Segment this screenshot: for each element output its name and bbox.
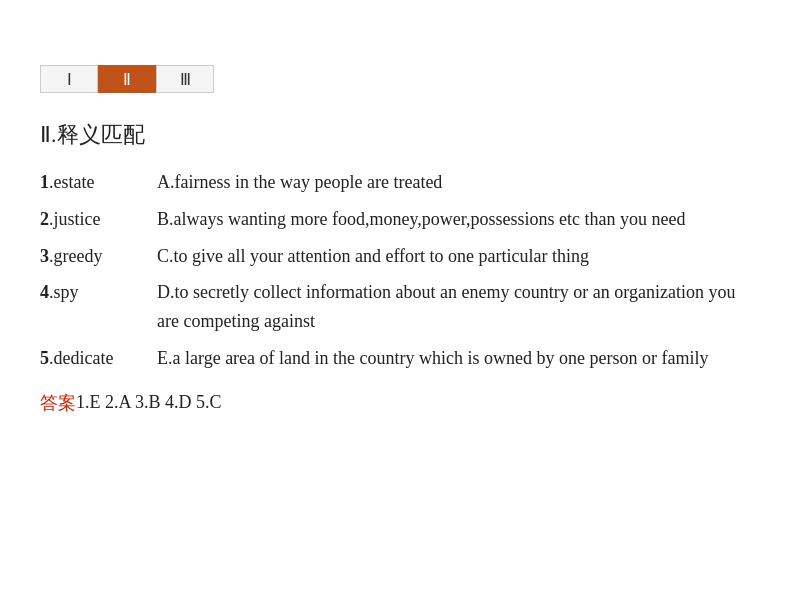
tab-3[interactable]: Ⅲ: [156, 65, 214, 93]
answer-line: 答案 1.E 2.A 3.B 4.D 5.C: [40, 391, 754, 415]
item-5-word: .dedicate: [49, 344, 149, 373]
qa-item-5: 5 .dedicate E.a large area of land in th…: [40, 344, 754, 373]
qa-item-2: 2 .justice B.always wanting more food,mo…: [40, 205, 754, 234]
tab-1[interactable]: Ⅰ: [40, 65, 98, 93]
qa-item-4: 4 .spy D.to secretly collect information…: [40, 278, 754, 336]
item-2-number: 2: [40, 205, 49, 234]
item-1-number: 1: [40, 168, 49, 197]
item-2-definition: B.always wanting more food,money,power,p…: [157, 205, 754, 234]
item-3-number: 3: [40, 242, 49, 271]
page: Ⅰ Ⅱ Ⅲ Ⅱ.释义匹配 1 .estate A.fairness in the…: [0, 0, 794, 596]
tab-2[interactable]: Ⅱ: [98, 65, 156, 93]
tab-bar: Ⅰ Ⅱ Ⅲ: [40, 65, 214, 93]
item-5-number: 5: [40, 344, 49, 373]
item-4-number: 4: [40, 278, 49, 336]
answer-label: 答案: [40, 391, 76, 415]
item-3-definition: C.to give all your attention and effort …: [157, 242, 754, 271]
item-2-word: .justice: [49, 205, 149, 234]
item-1-word: .estate: [49, 168, 149, 197]
item-5-definition: E.a large area of land in the country wh…: [157, 344, 754, 373]
qa-item-3: 3 .greedy C.to give all your attention a…: [40, 242, 754, 271]
item-1-definition: A.fairness in the way people are treated: [157, 168, 754, 197]
item-4-word: .spy: [49, 278, 149, 336]
qa-item-1: 1 .estate A.fairness in the way people a…: [40, 168, 754, 197]
item-4-definition: D.to secretly collect information about …: [157, 278, 754, 336]
answer-text: 1.E 2.A 3.B 4.D 5.C: [76, 392, 222, 413]
qa-list: 1 .estate A.fairness in the way people a…: [40, 168, 754, 373]
main-content: Ⅱ.释义匹配 1 .estate A.fairness in the way p…: [40, 120, 754, 415]
section-title: Ⅱ.释义匹配: [40, 120, 754, 150]
item-3-word: .greedy: [49, 242, 149, 271]
